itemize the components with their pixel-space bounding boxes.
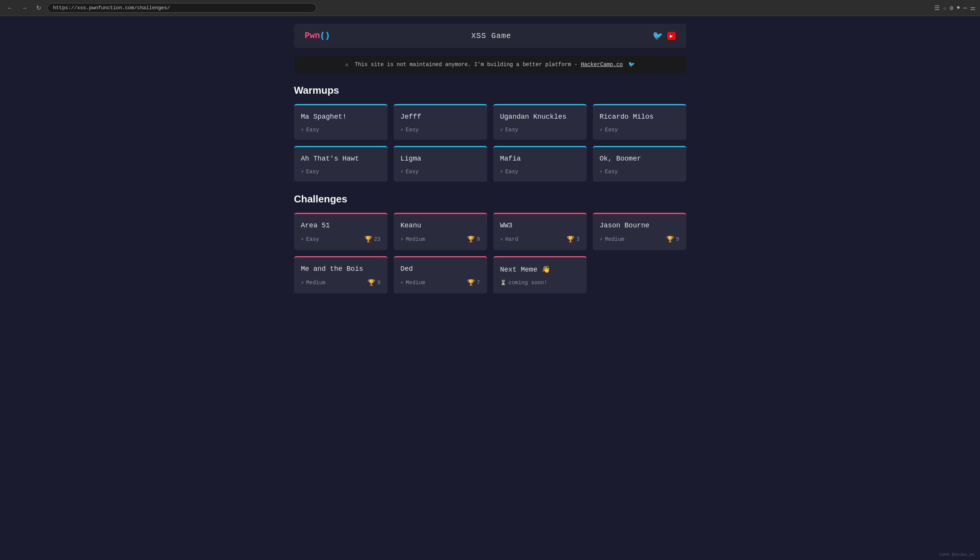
lightning-icon: ⚡ xyxy=(301,280,304,286)
difficulty-label: Hard xyxy=(505,236,518,242)
lightning-icon: ⚡ xyxy=(401,280,404,286)
trophy-icon: 🏆 xyxy=(365,235,372,243)
difficulty-label: Easy xyxy=(605,127,618,133)
trophy-score: 🏆 7 xyxy=(467,279,480,287)
difficulty-label: Easy xyxy=(306,127,319,133)
difficulty-label: Medium xyxy=(605,236,624,242)
notice-banner: ⚠ This site is not maintained anymore. I… xyxy=(294,56,686,73)
lightning-icon: ⚡ xyxy=(301,236,304,242)
card-title: Keanu xyxy=(401,222,480,229)
warmup-card[interactable]: Ah That's Hawt ⚡ Easy xyxy=(294,146,388,182)
card-meta: ⚡ Easy xyxy=(500,168,580,175)
card-meta: ⚡ Medium 🏆 9 xyxy=(600,235,679,243)
profile-icon[interactable]: ⚌ xyxy=(970,4,975,12)
warmups-title: Warmups xyxy=(294,85,686,97)
hackercamp-link[interactable]: HackerCamp.co xyxy=(581,62,623,68)
reader-mode-icon[interactable]: ☰ xyxy=(934,4,940,12)
more-icon[interactable]: ⋯ xyxy=(963,4,967,12)
history-icon[interactable]: ● xyxy=(957,4,960,12)
logo-parens: () xyxy=(320,31,330,41)
challenge-card[interactable]: Area 51 ⚡ Easy 🏆 23 xyxy=(294,213,388,250)
page-wrapper: Pwn() XSS Game 🐦 ▶ ⚠ This site is not ma… xyxy=(286,16,694,309)
lightning-icon: ⚡ xyxy=(401,236,404,242)
trophy-score: 🏆 9 xyxy=(368,279,380,287)
score-value: 3 xyxy=(576,236,579,242)
card-title: Jefff xyxy=(401,113,480,121)
card-title: Jason Bourne xyxy=(600,222,679,229)
difficulty-label: Medium xyxy=(406,236,425,242)
notice-twitter-icon[interactable]: 🐦 xyxy=(628,62,635,68)
notice-text: This site is not maintained anymore. I'm… xyxy=(355,62,578,68)
hourglass-icon: ⌛ xyxy=(500,280,506,286)
card-meta: ⚡ Easy xyxy=(401,127,480,133)
warmup-card[interactable]: Jefff ⚡ Easy xyxy=(394,104,487,140)
card-meta: ⌛ coming soon! xyxy=(500,280,580,286)
site-logo[interactable]: Pwn() xyxy=(305,31,330,41)
difficulty-label: Easy xyxy=(306,236,319,242)
card-difficulty: ⚡ Medium xyxy=(401,280,425,286)
card-difficulty: ⚡ Medium xyxy=(600,236,624,242)
card-difficulty: ⚡ Easy xyxy=(500,168,518,175)
browser-chrome: ← → ↻ https://xss.pwnfunction.com/challe… xyxy=(0,0,980,16)
twitter-icon[interactable]: 🐦 xyxy=(652,31,663,41)
challenge-card[interactable]: Ded ⚡ Medium 🏆 7 xyxy=(394,256,487,293)
difficulty-label: Easy xyxy=(505,168,518,175)
card-difficulty: ⚡ Easy xyxy=(301,236,319,242)
challenge-card[interactable]: Next Meme 👋 ⌛ coming soon! xyxy=(493,256,587,293)
card-difficulty: ⚡ Medium xyxy=(301,280,326,286)
card-meta: ⚡ Easy xyxy=(301,127,381,133)
extensions-icon[interactable]: ⚙ xyxy=(950,4,953,12)
card-meta: ⚡ Easy 🏆 23 xyxy=(301,235,381,243)
back-button[interactable]: ← xyxy=(5,4,15,12)
reload-button[interactable]: ↻ xyxy=(34,3,43,12)
bookmark-icon[interactable]: ☆ xyxy=(943,4,947,12)
card-meta: ⚡ Medium 🏆 9 xyxy=(301,279,381,287)
card-title: Ugandan Knuckles xyxy=(500,113,580,121)
forward-button[interactable]: → xyxy=(19,4,30,12)
challenge-card[interactable]: Keanu ⚡ Medium 🏆 9 xyxy=(394,213,487,250)
site-header: Pwn() XSS Game 🐦 ▶ xyxy=(294,24,686,48)
card-title: Next Meme 👋 xyxy=(500,265,580,273)
lightning-icon: ⚡ xyxy=(600,168,603,175)
challenges-grid: Area 51 ⚡ Easy 🏆 23 Keanu ⚡ Medium xyxy=(294,213,686,293)
card-meta: ⚡ Easy xyxy=(301,168,381,175)
card-title: Ricardo Milos xyxy=(600,113,679,121)
card-difficulty: ⚡ Easy xyxy=(600,127,618,133)
card-title: Ligma xyxy=(401,155,480,162)
card-difficulty: ⚡ Easy xyxy=(600,168,618,175)
card-title: Ok, Boomer xyxy=(600,155,679,162)
coming-soon-label: coming soon! xyxy=(508,280,547,286)
card-meta: ⚡ Easy xyxy=(600,127,679,133)
card-meta: ⚡ Easy xyxy=(401,168,480,175)
card-difficulty: ⌛ coming soon! xyxy=(500,280,547,286)
trophy-icon: 🏆 xyxy=(368,279,375,287)
warmup-card[interactable]: Ricardo Milos ⚡ Easy xyxy=(593,104,686,140)
card-difficulty: ⚡ Easy xyxy=(401,168,419,175)
challenge-card[interactable]: Jason Bourne ⚡ Medium 🏆 9 xyxy=(593,213,686,250)
card-title: WW3 xyxy=(500,222,580,229)
score-value: 9 xyxy=(676,236,679,242)
url-bar[interactable]: https://xss.pwnfunction.com/challenges/ xyxy=(47,3,316,13)
difficulty-label: Easy xyxy=(406,127,419,133)
trophy-icon: 🏆 xyxy=(467,235,475,243)
warmup-card[interactable]: Ma Spaghet! ⚡ Easy xyxy=(294,104,388,140)
lightning-icon: ⚡ xyxy=(500,236,503,242)
challenges-title: Challenges xyxy=(294,193,686,205)
footer-credit: CSDN @duoba_an xyxy=(939,552,975,557)
trophy-score: 🏆 9 xyxy=(666,235,679,243)
warmup-card[interactable]: Mafia ⚡ Easy xyxy=(493,146,587,182)
card-difficulty: ⚡ Easy xyxy=(401,127,419,133)
warmup-card[interactable]: Ugandan Knuckles ⚡ Easy xyxy=(493,104,587,140)
youtube-icon[interactable]: ▶ xyxy=(667,32,675,40)
card-meta: ⚡ Medium 🏆 9 xyxy=(401,235,480,243)
card-meta: ⚡ Easy xyxy=(500,127,580,133)
warmup-card[interactable]: Ligma ⚡ Easy xyxy=(394,146,487,182)
challenge-card[interactable]: WW3 ⚡ Hard 🏆 3 xyxy=(493,213,587,250)
trophy-icon: 🏆 xyxy=(666,235,674,243)
warmup-card[interactable]: Ok, Boomer ⚡ Easy xyxy=(593,146,686,182)
trophy-score: 🏆 23 xyxy=(365,235,381,243)
challenge-card[interactable]: Me and the Bois ⚡ Medium 🏆 9 xyxy=(294,256,388,293)
score-value: 7 xyxy=(477,280,480,286)
lightning-icon: ⚡ xyxy=(301,127,304,133)
card-difficulty: ⚡ Easy xyxy=(301,168,319,175)
